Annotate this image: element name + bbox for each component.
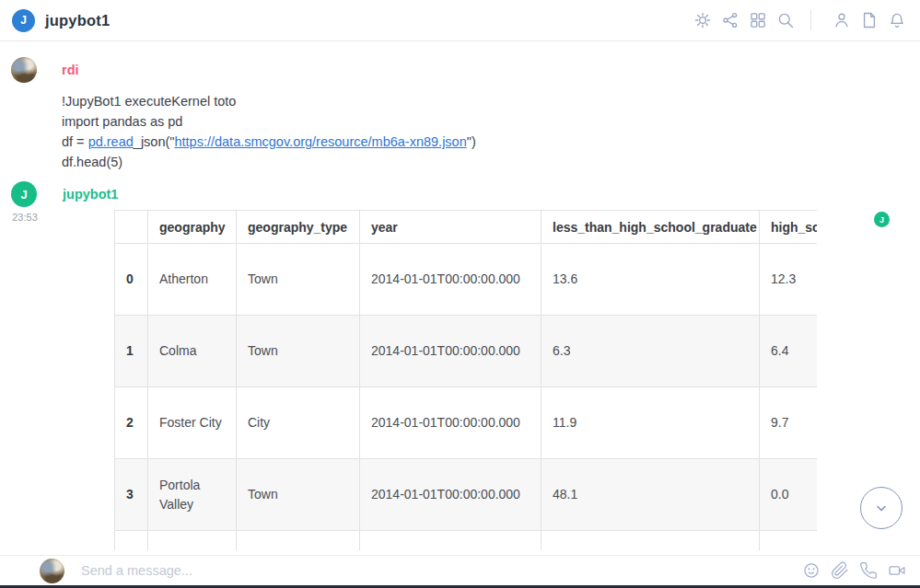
table-cell: 6.4 [760, 316, 818, 387]
column-header: geography_type [237, 211, 360, 244]
emoji-icon[interactable] [802, 561, 821, 580]
link[interactable]: pd.read [88, 134, 134, 149]
read-receipt-badge: J [874, 212, 890, 227]
avatar[interactable] [11, 57, 37, 83]
table-cell: Town [237, 459, 360, 531]
table-cell: 2014-01-01T00:00:00.000 [360, 316, 542, 387]
composer-actions [792, 561, 906, 580]
table-cell: Town [237, 244, 360, 316]
message-line: !JupyBot1 executeKernel toto [62, 91, 920, 111]
table-header-row: geography geography_type year less_than_… [115, 211, 818, 244]
table-cell [237, 531, 360, 551]
table-cell: 9.7 [760, 387, 818, 459]
username[interactable]: jupybot1 [63, 181, 118, 202]
timestamp: 23:53 [8, 212, 41, 223]
table-cell [542, 531, 760, 551]
top-bar-divider [810, 10, 811, 30]
table-row [115, 531, 818, 551]
code-text: ") [467, 134, 476, 149]
table-cell: Atherton [148, 244, 237, 316]
message-jupybot1: J 23:53 jupybot1 geography geography_typ… [11, 181, 920, 550]
row-index-cell: 1 [115, 316, 148, 387]
row-index-cell: 2 [115, 387, 148, 459]
search-icon[interactable] [775, 10, 796, 30]
top-bar: J jupybot1 [0, 0, 920, 41]
document-icon[interactable] [859, 10, 879, 30]
table-cell: 2014-01-01T00:00:00.000 [360, 244, 542, 316]
column-header [115, 211, 148, 244]
table-cell: Colma [148, 316, 237, 387]
chevron-down-icon [870, 497, 892, 519]
user-icon[interactable] [832, 10, 852, 30]
video-call-icon[interactable] [888, 561, 906, 580]
app-window: J jupybot1 [0, 0, 920, 588]
attachment-icon[interactable] [831, 561, 849, 580]
table-cell [148, 531, 237, 551]
column-header: less_than_high_school_graduate [542, 211, 760, 244]
share-icon[interactable] [720, 10, 740, 30]
chat-area: rdi !JupyBot1 executeKernel toto import … [0, 41, 920, 555]
table-cell: 11.9 [542, 387, 760, 459]
message-composer [0, 555, 920, 585]
dataframe-table: geography geography_type year less_than_… [114, 210, 817, 550]
table-row: 3 Portola Valley Town 2014-01-01T00:00:0… [115, 459, 818, 531]
table-cell [760, 531, 818, 551]
link[interactable]: https://data.smcgov.org/resource/mb6a-xn… [174, 134, 466, 149]
code-text: df = [62, 134, 88, 149]
table-cell: Town [237, 316, 360, 387]
message-text: !JupyBot1 executeKernel toto import pand… [62, 91, 920, 172]
table-cell: 2014-01-01T00:00:00.000 [360, 459, 542, 531]
message-line: import pandas as pd [62, 111, 920, 132]
column-header: high_school_graduate [760, 211, 818, 244]
scroll-to-bottom-button[interactable] [860, 487, 903, 529]
room-title: jupybot1 [45, 12, 110, 29]
table-cell: City [237, 387, 360, 459]
table-cell: 48.1 [542, 459, 760, 531]
bell-icon[interactable] [887, 10, 907, 30]
self-avatar [40, 559, 64, 583]
table-cell [360, 531, 542, 551]
table-cell: 12.3 [760, 244, 818, 316]
row-index-cell: 0 [115, 244, 148, 316]
column-header: year [360, 211, 542, 244]
phone-icon[interactable] [859, 561, 878, 580]
username[interactable]: rdi [62, 57, 79, 77]
table-row: 1 Colma Town 2014-01-01T00:00:00.000 6.3… [115, 316, 818, 387]
message-input[interactable] [81, 563, 792, 578]
message-line: df.head(5) [62, 152, 920, 172]
table-cell: 2014-01-01T00:00:00.000 [360, 387, 542, 459]
table-row: 2 Foster City City 2014-01-01T00:00:00.0… [115, 387, 818, 459]
room-avatar[interactable]: J [12, 9, 35, 32]
bot-avatar[interactable]: J [11, 181, 37, 207]
table-row: 0 Atherton Town 2014-01-01T00:00:00.000 … [115, 244, 818, 316]
table-cell: Portola Valley [148, 459, 237, 531]
top-bar-actions [685, 10, 907, 30]
table-cell: 6.3 [542, 316, 760, 387]
code-text: _json(" [134, 134, 175, 149]
apps-grid-icon[interactable] [748, 10, 768, 30]
table-cell: 13.6 [542, 244, 760, 316]
message-line: df = pd.read_json("https://data.smcgov.o… [62, 132, 920, 152]
gear-icon[interactable] [693, 10, 713, 30]
message-rdi: rdi !JupyBot1 executeKernel toto import … [11, 57, 920, 172]
table-cell: Foster City [148, 387, 237, 459]
row-index-cell [115, 531, 148, 551]
dataframe-table-container: geography geography_type year less_than_… [114, 210, 817, 550]
row-index-cell: 3 [115, 459, 148, 531]
column-header: geography [148, 211, 237, 244]
table-cell: 0.0 [760, 459, 818, 531]
